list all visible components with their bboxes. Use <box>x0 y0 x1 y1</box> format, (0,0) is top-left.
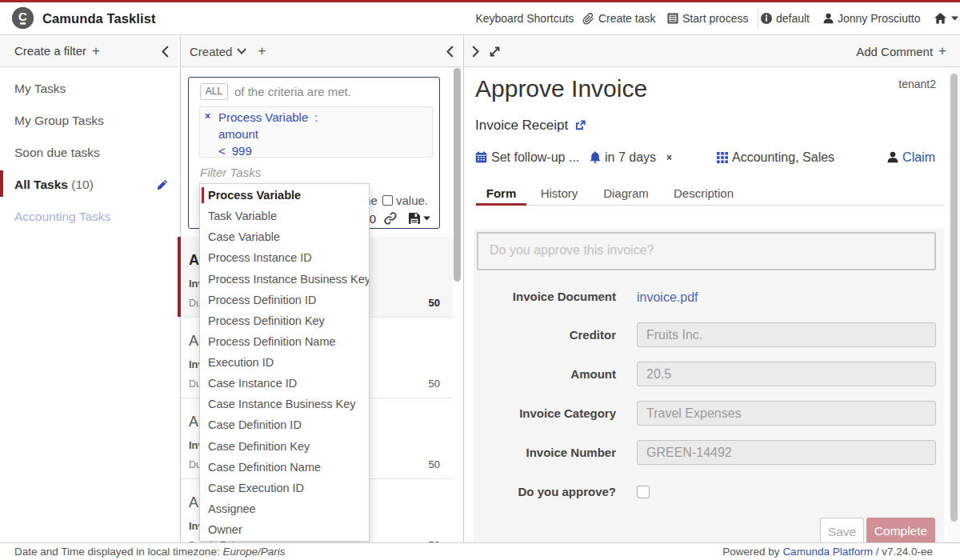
chevron-down-icon[interactable] <box>237 48 246 54</box>
form-label-creditor: Creditor <box>474 328 616 342</box>
form-scrollbar[interactable] <box>950 74 958 522</box>
groups-action[interactable]: Accounting, Sales <box>717 150 834 164</box>
sidebar-item-soon-due-tasks[interactable]: Soon due tasks <box>0 137 178 169</box>
dropdown-option[interactable]: Case Definition Name <box>200 457 369 478</box>
user-icon <box>823 13 834 24</box>
collapse-filters-icon[interactable] <box>162 46 169 58</box>
fullscreen-icon[interactable] <box>489 46 501 58</box>
claim-action[interactable]: Claim <box>887 150 935 164</box>
dropdown-option[interactable]: Assignee <box>200 498 369 519</box>
camunda-tasklist-app: C Camunda Tasklist Keyboard Shortcuts Cr… <box>0 0 960 560</box>
task-priority: 50 <box>429 378 440 390</box>
filter-tasks-input[interactable]: Filter Tasks <box>200 164 261 181</box>
collapse-tasklist-icon[interactable] <box>446 46 454 58</box>
filters-panel-header: Create a filter+ <box>0 36 178 67</box>
remove-criterion-icon[interactable]: × <box>205 110 210 122</box>
criterion-type-line: Process Variable: <box>218 109 318 126</box>
top-menu-divider <box>758 8 758 29</box>
task-title: Approve Invoice <box>475 75 647 102</box>
start-process-icon <box>667 13 678 24</box>
dropdown-option[interactable]: Owner <box>200 519 369 540</box>
start-process-button[interactable]: Start process <box>667 12 748 25</box>
form-label-invoice-document: Invoice Document <box>474 290 616 304</box>
edit-filter-pencil-icon[interactable] <box>157 179 168 190</box>
tab-diagram[interactable]: Diagram <box>594 184 658 203</box>
dropdown-option[interactable]: Process Instance ID <box>200 247 369 268</box>
camunda-platform-link[interactable]: Camunda Platform <box>782 546 873 558</box>
form-label-amount: Amount <box>474 367 616 382</box>
dropdown-option[interactable]: Case Variable <box>200 226 369 247</box>
search-results-row: 10 <box>362 211 430 226</box>
powered-by-note: Powered by Camunda Platform / v7.24.0-ee <box>722 546 933 558</box>
keyboard-shortcuts-link[interactable]: Keyboard Shortcuts <box>475 12 574 25</box>
dropdown-option[interactable]: Process Definition ID <box>200 290 369 310</box>
home-menu[interactable] <box>934 13 958 24</box>
task-count: (10) <box>68 178 94 191</box>
dropdown-option[interactable]: Execution ID <box>200 352 369 373</box>
creditor-input[interactable]: Fruits Inc. <box>637 322 936 347</box>
camunda-logo-icon[interactable]: C <box>12 7 34 29</box>
expand-tasklist-icon[interactable] <box>472 46 479 58</box>
criterion-type[interactable]: Process Variable <box>218 110 308 124</box>
approve-checkbox[interactable] <box>637 486 650 498</box>
dropdown-option[interactable]: Task Variable <box>200 206 369 226</box>
ignore-case-value-checkbox[interactable] <box>382 195 393 206</box>
home-icon <box>934 13 946 24</box>
grid-icon <box>717 152 728 163</box>
dropdown-option[interactable]: Case Definition Key <box>200 436 369 457</box>
save-search-icon[interactable] <box>408 212 421 225</box>
add-sorting-button[interactable]: + <box>258 43 266 59</box>
remove-due-icon[interactable]: × <box>666 152 672 163</box>
criterion-operator[interactable]: < <box>218 144 226 158</box>
svg-text:C: C <box>18 10 27 23</box>
approve-comment-textarea[interactable]: Do you approve this invoice? <box>477 232 936 270</box>
criterion-name[interactable]: amount <box>218 126 258 142</box>
plus-icon: + <box>938 43 946 59</box>
dropdown-option[interactable]: Process Variable <box>200 185 369 206</box>
dropdown-option[interactable]: Process Definition Name <box>200 331 369 352</box>
user-menu[interactable]: Jonny Prosciutto <box>823 12 921 25</box>
due-date-action[interactable]: in 7 days × <box>590 150 672 164</box>
timezone-note: Date and Time displayed in local timezon… <box>14 546 285 558</box>
add-comment-button[interactable]: Add Comment+ <box>856 36 946 66</box>
save-options-caret-icon[interactable] <box>423 216 430 221</box>
search-dropdown: Process VariableTask VariableCase Variab… <box>199 183 370 542</box>
dropdown-option[interactable]: Process Definition Key <box>200 310 369 331</box>
sidebar-item-accounting-tasks[interactable]: Accounting Tasks <box>0 201 178 233</box>
dropdown-option[interactable]: Case Instance Business Key <box>200 394 369 414</box>
invoice-category-input[interactable]: Travel Expenses <box>637 401 936 426</box>
task-priority: 50 <box>429 297 440 310</box>
invoice-pdf-link[interactable]: invoice.pdf <box>637 290 698 305</box>
sort-by-created[interactable]: Created <box>190 45 232 58</box>
tab-divider <box>474 205 944 206</box>
tasklist-scrollbar[interactable] <box>454 68 461 282</box>
search-criterion-pill[interactable]: × Process Variable: amount <999 <box>199 106 433 158</box>
copy-link-icon[interactable] <box>384 212 397 225</box>
criterion-value[interactable]: 999 <box>232 144 252 158</box>
match-mode-toggle[interactable]: ALL <box>200 83 228 100</box>
amount-input[interactable]: 20.5 <box>637 362 936 386</box>
sidebar-item-my-group-tasks[interactable]: My Group Tasks <box>0 105 178 137</box>
create-filter-button[interactable]: Create a filter+ <box>14 36 100 66</box>
active-tab-underline <box>476 203 526 206</box>
tab-description[interactable]: Description <box>662 184 746 203</box>
tenant-badge: tenant2 <box>898 77 936 91</box>
create-task-button[interactable]: Create task <box>582 12 656 25</box>
sidebar-item-all-tasks[interactable]: All Tasks (10) <box>0 169 178 201</box>
dropdown-option[interactable]: Process Instance Business Key <box>200 269 369 290</box>
criterion-colon: : <box>314 110 318 124</box>
info-icon <box>761 13 772 24</box>
calendar-icon <box>475 151 487 163</box>
tab-history[interactable]: History <box>528 184 590 203</box>
dropdown-option[interactable]: Case Execution ID <box>200 478 369 498</box>
dropdown-option[interactable]: Case Instance ID <box>200 373 369 394</box>
set-followup-action[interactable]: Set follow-up ... <box>475 150 579 164</box>
sidebar-item-my-tasks[interactable]: My Tasks <box>0 73 178 105</box>
external-link-icon[interactable] <box>574 119 586 131</box>
sort-control: Created + <box>190 36 266 66</box>
invoice-number-input[interactable]: GREEN-14492 <box>637 440 936 465</box>
dropdown-option[interactable]: Case Definition ID <box>200 414 369 435</box>
tab-form[interactable]: Form <box>476 184 526 203</box>
engine-select[interactable]: default <box>761 12 810 25</box>
top-menu: Keyboard Shortcuts Create task Start pro… <box>475 2 958 34</box>
